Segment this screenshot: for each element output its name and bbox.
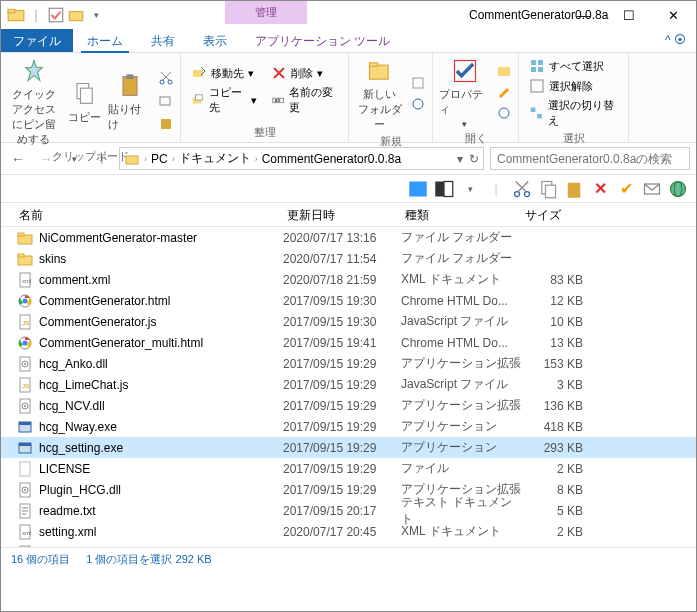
group-label-open: 開く	[439, 129, 512, 146]
mail-icon[interactable]	[642, 179, 662, 199]
file-row[interactable]: skins2020/07/17 11:54ファイル フォルダー	[1, 248, 696, 269]
svg-rect-19	[413, 78, 423, 88]
file-row[interactable]: xmlcomment.xml2020/07/18 21:59XML ドキュメント…	[1, 269, 696, 290]
delete-button[interactable]: 削除 ▾	[267, 64, 342, 82]
open-icon[interactable]	[496, 63, 512, 82]
cut-icon[interactable]	[158, 70, 174, 89]
manage-context-tab[interactable]: 管理	[225, 1, 307, 24]
group-label-organize: 整理	[187, 123, 342, 140]
move-to-button[interactable]: 移動先 ▾	[187, 64, 261, 82]
globe-icon[interactable]	[668, 179, 688, 199]
file-row[interactable]: LICENSE2017/09/15 19:29ファイル2 KB	[1, 458, 696, 479]
copy-button[interactable]: コピー	[66, 80, 102, 125]
file-row[interactable]: hcg_Anko.dll2017/09/15 19:29アプリケーション拡張15…	[1, 353, 696, 374]
svg-text:JS: JS	[22, 320, 29, 326]
view-bw-icon[interactable]	[434, 179, 454, 199]
select-invert-button[interactable]: 選択の切り替え	[525, 97, 622, 129]
breadcrumb-folder[interactable]: CommentGenerator0.0.8a	[262, 152, 401, 166]
svg-rect-27	[538, 67, 543, 72]
file-row[interactable]: readme.txt2017/09/15 20:17テキスト ドキュメント5 K…	[1, 500, 696, 521]
svg-point-35	[515, 191, 520, 196]
delete-icon[interactable]: ✕	[590, 179, 610, 199]
column-size[interactable]: サイズ	[521, 203, 591, 226]
column-date[interactable]: 更新日時	[283, 203, 401, 226]
group-label-select: 選択	[525, 129, 622, 146]
refresh-icon[interactable]: ↻	[469, 152, 479, 166]
breadcrumb-documents[interactable]: ドキュメント	[179, 150, 251, 167]
paste-icon[interactable]	[564, 179, 584, 199]
svg-rect-17	[369, 65, 388, 79]
checkbox-icon[interactable]	[47, 6, 65, 24]
svg-point-36	[525, 191, 530, 196]
file-list[interactable]: NiCommentGenerator-master2020/07/17 13:1…	[1, 227, 696, 547]
pin-quick-access-button[interactable]: クイック アクセス にピン留めする	[7, 57, 60, 147]
file-row[interactable]: Plugin_HCG.dll2017/09/15 19:29アプリケーション拡張…	[1, 479, 696, 500]
back-button[interactable]: ←	[7, 148, 29, 170]
address-dropdown-icon[interactable]: ▾	[457, 152, 463, 166]
svg-rect-38	[546, 185, 556, 198]
copy-icon[interactable]	[538, 179, 558, 199]
cut-icon[interactable]	[512, 179, 532, 199]
tab-application-tools[interactable]: アプリケーション ツール	[241, 29, 404, 52]
select-none-button[interactable]: 選択解除	[525, 77, 622, 95]
svg-point-9	[168, 80, 172, 84]
tab-file[interactable]: ファイル	[1, 29, 73, 52]
up-button[interactable]: ↑	[91, 148, 113, 170]
search-input[interactable]	[490, 147, 690, 170]
svg-text:xml: xml	[22, 530, 31, 536]
file-row[interactable]: JShcg_LimeChat.js2017/09/15 19:29JavaScr…	[1, 374, 696, 395]
qat-separator-icon: |	[27, 6, 45, 24]
new-item-icon[interactable]	[410, 75, 426, 94]
tab-home[interactable]: ホーム	[73, 29, 137, 52]
file-row[interactable]: NiCommentGenerator-master2020/07/17 13:1…	[1, 227, 696, 248]
file-row[interactable]: hcg_Nway.exe2017/09/15 19:29アプリケーション418 …	[1, 416, 696, 437]
svg-rect-64	[19, 422, 31, 425]
copy-to-button[interactable]: コピー先 ▾	[187, 84, 261, 116]
folder-icon	[124, 151, 140, 167]
minimize-button[interactable]: —	[561, 1, 606, 29]
rename-button[interactable]: ab名前の変更	[267, 84, 342, 116]
address-bar[interactable]: › PC› ドキュメント› CommentGenerator0.0.8a ▾ ↻	[119, 147, 484, 170]
new-folder-button[interactable]: 新しい フォルダー	[355, 57, 404, 132]
svg-text:JS: JS	[22, 383, 29, 389]
svg-point-23	[499, 108, 509, 118]
history-icon[interactable]	[496, 105, 512, 124]
file-row[interactable]: xmlsetting.xml2020/07/17 20:45XML ドキュメント…	[1, 521, 696, 542]
column-name[interactable]: 名前	[1, 203, 283, 226]
file-row[interactable]: JSCommentGenerator.js2017/09/15 19:30Jav…	[1, 311, 696, 332]
recent-dropdown[interactable]: ▾	[63, 148, 85, 170]
copy-path-icon[interactable]	[158, 93, 174, 112]
folder-small-icon[interactable]	[67, 6, 85, 24]
tab-share[interactable]: 共有	[137, 29, 189, 52]
easy-access-icon[interactable]	[410, 96, 426, 115]
edit-icon[interactable]	[496, 84, 512, 103]
svg-point-57	[24, 363, 26, 365]
dropdown-icon[interactable]: ▾	[87, 6, 105, 24]
file-row[interactable]: CommentGenerator_multi.html2017/09/15 19…	[1, 332, 696, 353]
svg-rect-22	[498, 67, 510, 76]
forward-button[interactable]: →	[35, 148, 57, 170]
svg-text:ab: ab	[275, 97, 281, 103]
file-row[interactable]: hcg_NCV.dll2017/09/15 19:29アプリケーション拡張136…	[1, 395, 696, 416]
svg-rect-24	[531, 60, 536, 65]
svg-rect-18	[369, 63, 377, 67]
tab-view[interactable]: 表示	[189, 29, 241, 52]
select-all-button[interactable]: すべて選択	[525, 57, 622, 75]
dropdown-icon[interactable]: ▾	[460, 179, 480, 199]
file-row[interactable]: CommentGenerator.html2017/09/15 19:30Chr…	[1, 290, 696, 311]
svg-rect-46	[18, 254, 24, 257]
properties-button[interactable]: プロパティ▾	[439, 57, 490, 129]
svg-point-41	[671, 181, 686, 196]
check-icon[interactable]: ✔	[616, 179, 636, 199]
ribbon-collapse-button[interactable]: ^ ⦿	[655, 29, 696, 52]
svg-rect-32	[409, 181, 427, 196]
paste-button[interactable]: 貼り付け	[108, 72, 152, 132]
maximize-button[interactable]: ☐	[606, 1, 651, 29]
close-button[interactable]: ✕	[651, 1, 696, 29]
column-type[interactable]: 種類	[401, 203, 521, 226]
view-blue-icon[interactable]	[408, 179, 428, 199]
svg-point-70	[24, 489, 26, 491]
paste-shortcut-icon[interactable]	[158, 116, 174, 135]
file-row[interactable]: hcg_setting.exe2017/09/15 19:29アプリケーション2…	[1, 437, 696, 458]
breadcrumb-pc[interactable]: PC	[151, 152, 168, 166]
